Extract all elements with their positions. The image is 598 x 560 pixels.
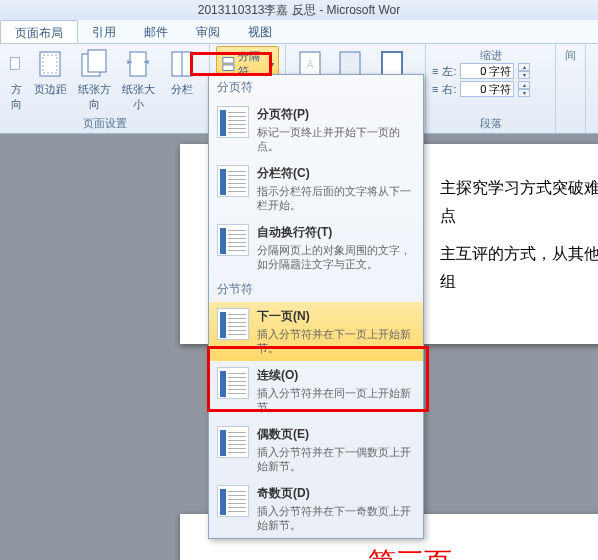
- svg-rect-4: [88, 50, 106, 72]
- margins-icon: [34, 48, 66, 80]
- indent-header: 缩进: [432, 48, 549, 63]
- ribbon-tabs: 页面布局 引用 邮件 审阅 视图: [0, 20, 598, 44]
- tab-review[interactable]: 审阅: [182, 20, 234, 43]
- indent-left-spinner[interactable]: ▴▾: [518, 63, 530, 79]
- flyout-item-text-wrap[interactable]: 自动换行符(T)分隔网页上的对象周围的文字，如分隔题注文字与正文。: [209, 218, 423, 277]
- indent-right-input[interactable]: [460, 81, 514, 97]
- flyout-item-next-page[interactable]: 下一页(N)插入分节符并在下一页上开始新节。: [209, 302, 423, 361]
- flyout-item-even-page[interactable]: 偶数页(E)插入分节符并在下一偶数页上开始新节。: [209, 420, 423, 479]
- paper-size-button[interactable]: 纸张大小: [118, 48, 158, 112]
- orientation-icon: [7, 48, 25, 80]
- paper-orientation-icon: [78, 48, 110, 80]
- columns-icon: [166, 48, 198, 80]
- paper-size-icon: [122, 48, 154, 80]
- body-text-line: 主探究学习方式突破难点: [440, 174, 598, 230]
- column-break-icon: [217, 165, 249, 197]
- svg-rect-5: [130, 52, 146, 76]
- even-page-icon: [217, 426, 249, 458]
- body-text-line: 主互评的方式，从其他组: [440, 240, 598, 296]
- flyout-item-page-break[interactable]: 分页符(P)标记一页终止并开始下一页的点。: [209, 100, 423, 159]
- svg-rect-8: [223, 58, 234, 64]
- paper-orientation-button[interactable]: 纸张方向: [74, 48, 114, 112]
- indent-right-spinner[interactable]: ▴▾: [518, 81, 530, 97]
- flyout-section-section-breaks: 分节符: [209, 277, 423, 302]
- tab-page-layout[interactable]: 页面布局: [0, 20, 78, 43]
- flyout-item-continuous[interactable]: 连续(O)插入分节符并在同一页上开始新节。: [209, 361, 423, 420]
- columns-button[interactable]: 分栏: [162, 48, 202, 112]
- svg-rect-13: [382, 52, 402, 76]
- svg-rect-0: [10, 57, 19, 69]
- svg-rect-1: [40, 52, 60, 76]
- breaks-flyout: 分页符 分页符(P)标记一页终止并开始下一页的点。 分栏符(C)指示分栏符后面的…: [208, 74, 424, 539]
- indent-left-icon: ≡: [432, 65, 438, 77]
- odd-page-icon: [217, 485, 249, 517]
- tab-view[interactable]: 视图: [234, 20, 286, 43]
- text-wrap-icon: [217, 224, 249, 256]
- dropdown-arrow-icon: ▾: [270, 60, 274, 69]
- svg-rect-9: [223, 65, 234, 71]
- flyout-item-column-break[interactable]: 分栏符(C)指示分栏符后面的文字将从下一栏开始。: [209, 159, 423, 218]
- svg-rect-12: [340, 52, 360, 76]
- svg-text:A: A: [307, 59, 314, 70]
- indent-left-input[interactable]: [460, 63, 514, 79]
- page-setup-group-label: 页面设置: [6, 116, 203, 131]
- title-bar: 2013110313李嘉 反思 - Microsoft Wor: [0, 0, 598, 20]
- continuous-icon: [217, 367, 249, 399]
- orientation-button[interactable]: 方向: [6, 48, 26, 112]
- tab-references[interactable]: 引用: [78, 20, 130, 43]
- spacing-header: 间: [562, 48, 579, 63]
- next-page-icon: [217, 308, 249, 340]
- page-2-heading: 第三页: [220, 544, 598, 560]
- flyout-item-odd-page[interactable]: 奇数页(D)插入分节符并在下一奇数页上开始新节。: [209, 479, 423, 538]
- paragraph-group-label: 段落: [432, 116, 549, 131]
- tab-mailings[interactable]: 邮件: [130, 20, 182, 43]
- page-break-icon: [217, 106, 249, 138]
- indent-right-icon: ≡: [432, 83, 438, 95]
- flyout-section-page-breaks: 分页符: [209, 75, 423, 100]
- margins-button[interactable]: 页边距: [30, 48, 70, 112]
- breaks-icon: [221, 56, 236, 72]
